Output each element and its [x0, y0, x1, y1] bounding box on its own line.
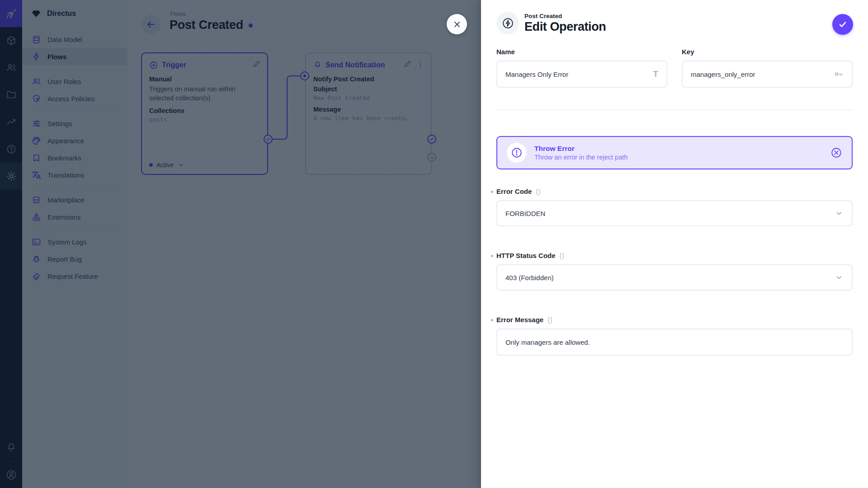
chevron-down-icon	[835, 273, 844, 282]
check-icon	[837, 19, 848, 30]
error-message-label: Error Message	[496, 316, 543, 324]
required-dot	[491, 191, 493, 193]
name-input[interactable]	[505, 70, 653, 78]
key-label: Key	[682, 48, 694, 56]
key-input-box[interactable]	[682, 61, 853, 88]
error-message-field: Error Message {}	[496, 316, 853, 356]
http-status-label: HTTP Status Code	[496, 252, 556, 259]
title-formatter-icon[interactable]: T	[653, 69, 658, 79]
key-icon	[834, 69, 844, 79]
drawer-scrim	[0, 0, 481, 488]
required-dot	[491, 319, 493, 321]
drawer-subtitle: Post Created	[524, 13, 606, 19]
key-input[interactable]	[691, 70, 834, 78]
name-field: Name T	[496, 48, 667, 88]
edit-operation-drawer: Post Created Edit Operation Name T Key	[481, 0, 868, 488]
throw-error-icon	[507, 143, 527, 163]
chevron-down-icon	[835, 209, 844, 218]
name-input-box[interactable]: T	[496, 61, 667, 88]
key-field: Key	[682, 48, 853, 88]
raw-value-toggle-icon[interactable]: {}	[536, 188, 541, 195]
error-code-field: Error Code {} FORBIDDEN	[496, 188, 853, 226]
error-code-label: Error Code	[496, 188, 532, 195]
flows-bolt-icon	[496, 12, 519, 34]
close-drawer-button[interactable]	[447, 14, 467, 34]
error-code-value: FORBIDDEN	[505, 210, 545, 217]
raw-value-toggle-icon[interactable]: {}	[547, 316, 552, 324]
error-message-input-box[interactable]	[496, 328, 853, 356]
error-message-input[interactable]	[505, 338, 844, 346]
http-status-field: HTTP Status Code {} 403 (Forbidden)	[496, 252, 853, 291]
operation-type-card[interactable]: Throw Error Throw an error in the reject…	[496, 136, 853, 169]
operation-type-description: Throw an error in the reject path	[534, 154, 627, 161]
operation-type-title: Throw Error	[534, 145, 627, 153]
close-icon	[452, 19, 462, 29]
required-dot	[491, 255, 493, 257]
raw-value-toggle-icon[interactable]: {}	[560, 252, 565, 259]
error-code-select[interactable]: FORBIDDEN	[496, 200, 853, 226]
drawer-title: Edit Operation	[524, 20, 606, 34]
http-status-select[interactable]: 403 (Forbidden)	[496, 264, 853, 291]
section-divider	[496, 109, 853, 110]
http-status-value: 403 (Forbidden)	[505, 274, 554, 282]
name-label: Name	[496, 48, 515, 56]
save-button[interactable]	[832, 14, 853, 35]
deselect-operation-icon[interactable]	[830, 147, 842, 159]
